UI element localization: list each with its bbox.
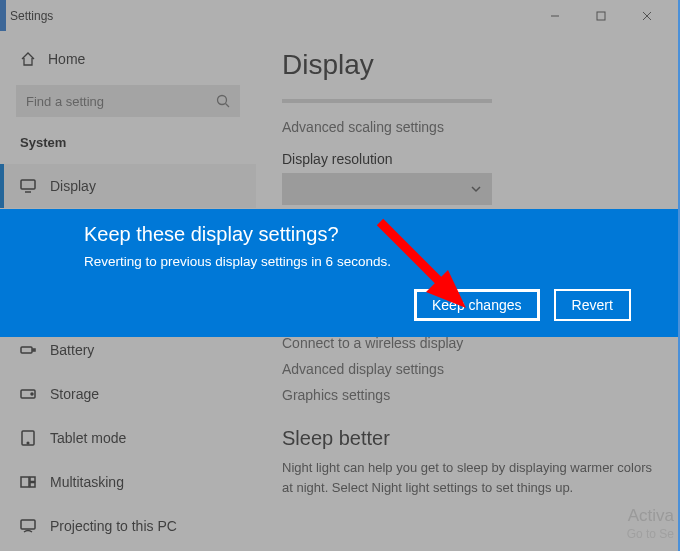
resolution-label: Display resolution (282, 151, 654, 167)
watermark-line2: Go to Se (627, 527, 674, 543)
svg-rect-1 (597, 12, 605, 20)
sidebar-item-label: Display (50, 178, 96, 194)
sidebar-item-label: Multitasking (50, 474, 124, 490)
resolution-dropdown[interactable] (282, 173, 492, 205)
battery-icon (20, 342, 36, 358)
connect-wireless-link[interactable]: Connect to a wireless display (282, 335, 654, 351)
sidebar-item-storage[interactable]: Storage (0, 372, 256, 416)
svg-rect-8 (21, 347, 32, 353)
close-button[interactable] (624, 0, 670, 31)
dialog-body: Reverting to previous display settings i… (84, 254, 656, 269)
sidebar-item-projecting[interactable]: Projecting to this PC (0, 504, 256, 548)
minimize-button[interactable] (532, 0, 578, 31)
chevron-down-icon (470, 183, 482, 195)
tablet-icon (20, 430, 36, 446)
home-icon (20, 51, 36, 67)
svg-rect-15 (30, 477, 35, 482)
confirm-dialog: Keep these display settings? Reverting t… (0, 209, 678, 337)
advanced-display-link[interactable]: Advanced display settings (282, 361, 654, 377)
sleep-better-body: Night light can help you get to sleep by… (282, 458, 654, 497)
advanced-scaling-link[interactable]: Advanced scaling settings (282, 119, 654, 135)
sidebar-item-label: Tablet mode (50, 430, 126, 446)
sidebar-item-label: Storage (50, 386, 99, 402)
storage-icon (20, 386, 36, 402)
svg-point-11 (31, 393, 33, 395)
display-icon (20, 178, 36, 194)
svg-rect-16 (30, 483, 35, 488)
sidebar-item-label: Projecting to this PC (50, 518, 177, 534)
svg-line-5 (226, 104, 230, 108)
home-link[interactable]: Home (0, 41, 256, 77)
graphics-settings-link[interactable]: Graphics settings (282, 387, 654, 403)
keep-changes-button[interactable]: Keep changes (414, 289, 540, 321)
titlebar: Settings (0, 0, 680, 31)
sleep-better-heading: Sleep better (282, 427, 654, 450)
multitasking-icon (20, 474, 36, 490)
svg-rect-14 (21, 477, 29, 487)
home-label: Home (48, 51, 85, 67)
revert-button[interactable]: Revert (554, 289, 631, 321)
slider-placeholder[interactable] (282, 99, 492, 103)
svg-point-13 (27, 442, 29, 444)
dialog-title: Keep these display settings? (84, 223, 656, 246)
sidebar-item-display[interactable]: Display (0, 164, 256, 208)
search-icon (216, 94, 230, 108)
sidebar-item-label: Battery (50, 342, 94, 358)
category-label: System (0, 135, 256, 164)
search-box[interactable] (16, 85, 240, 117)
svg-point-4 (218, 96, 227, 105)
page-title: Display (282, 49, 654, 81)
projecting-icon (20, 518, 36, 534)
maximize-button[interactable] (578, 0, 624, 31)
window-title: Settings (10, 9, 53, 23)
svg-rect-9 (33, 349, 35, 351)
search-input[interactable] (26, 94, 216, 109)
watermark: Activa Go to Se (627, 505, 674, 543)
sidebar-item-tablet-mode[interactable]: Tablet mode (0, 416, 256, 460)
sidebar-item-multitasking[interactable]: Multitasking (0, 460, 256, 504)
svg-rect-6 (21, 180, 35, 189)
watermark-line1: Activa (627, 505, 674, 527)
svg-rect-17 (21, 520, 35, 529)
